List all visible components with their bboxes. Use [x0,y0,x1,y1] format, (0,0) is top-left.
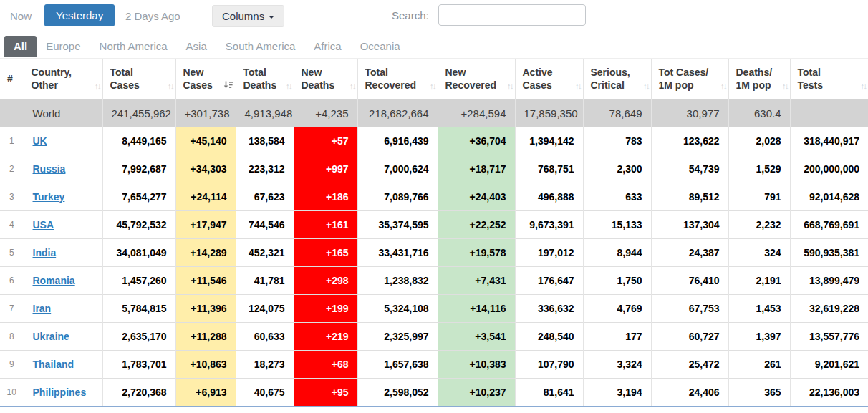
cell-total-tests [790,99,868,127]
cell-total-tests: 668,769,691 [790,211,868,239]
country-link[interactable]: Ukraine [33,331,69,342]
columns-dropdown-button[interactable]: Columns [212,5,284,27]
cell-deaths-per-1m: 1,529 [728,155,790,183]
cell-total-recovered: 33,431,716 [357,239,438,267]
tab-europe[interactable]: Europe [37,36,90,57]
cell-active-cases: 496,888 [515,183,583,211]
cell-new-recovered: +36,704 [438,127,515,155]
cell-total-cases: 34,081,049 [102,239,175,267]
now-button[interactable]: Now [4,6,37,26]
cell-total-deaths: 452,321 [236,239,294,267]
cell-deaths-per-1m: 791 [728,183,790,211]
cell-num: 4 [0,211,24,239]
cell-total-recovered: 1,238,832 [357,267,438,295]
cell-total-tests: 9,201,621 [790,351,868,379]
cell-active-cases: 248,540 [515,323,583,351]
col-header-total-deaths[interactable]: TotalDeaths↑↓ [236,59,294,99]
col-header-country-other[interactable]: Country,Other↑↓ [24,59,102,99]
cell-serious-critical: 633 [583,183,651,211]
cell-total-cases: 5,784,815 [102,295,175,323]
cell-cases-per-1m: 137,304 [651,211,728,239]
cell-country: Thailand [24,351,102,379]
cell-num: 7 [0,295,24,323]
covid-stats-table: #Country,Other↑↓TotalCases↑↓NewCasesTota… [0,58,868,407]
tab-africa[interactable]: Africa [304,36,350,57]
search-input[interactable] [438,4,586,26]
tab-all[interactable]: All [4,36,37,57]
tab-asia[interactable]: Asia [177,36,216,57]
cell-total-recovered: 7,089,766 [357,183,438,211]
cell-deaths-per-1m: 324 [728,239,790,267]
country-link[interactable]: Russia [33,163,66,175]
cell-cases-per-1m: 67,753 [651,295,728,323]
cell-total-deaths: 41,781 [236,267,294,295]
country-link[interactable]: UK [33,135,47,147]
caret-down-icon [269,16,274,19]
country-link[interactable]: Turkey [33,191,65,203]
cell-new-recovered: +3,541 [438,323,515,351]
cell-cases-per-1m: 30,977 [651,99,728,127]
country-link[interactable]: USA [33,219,54,230]
cell-new-deaths: +161 [294,211,357,239]
country-row-romania: 6Romania1,457,260+11,54641,781+2981,238,… [0,267,868,295]
cell-num: 5 [0,239,24,267]
tab-north-america[interactable]: North America [90,36,177,57]
cell-active-cases: 176,647 [515,267,583,295]
cell-total-deaths: 138,584 [236,127,294,155]
sort-icon: ↑↓ [643,82,649,92]
country-link[interactable]: Iran [33,303,52,314]
col-header-active-cases[interactable]: ActiveCases↑↓ [515,59,583,99]
cell-total-cases: 2,635,170 [102,323,175,351]
cell-country: Philippines [24,379,102,407]
col-header-total-cases[interactable]: TotalCases↑↓ [102,59,175,99]
col-header-serious-critical[interactable]: Serious,Critical↑↓ [583,59,651,99]
cell-num: 9 [0,351,24,379]
cell-total-deaths: 40,675 [236,379,294,407]
cell-new-deaths: +219 [294,323,357,351]
cell-total-recovered: 5,324,108 [357,295,438,323]
cell-new-deaths: +165 [294,239,357,267]
cell-active-cases: 768,751 [515,155,583,183]
cell-active-cases: 17,859,350 [515,99,583,127]
col-header-new-deaths[interactable]: NewDeaths↑↓ [294,59,357,99]
country-link[interactable]: India [33,247,57,258]
cell-total-recovered: 35,374,595 [357,211,438,239]
cell-active-cases: 9,673,391 [515,211,583,239]
cell-total-cases: 45,792,532 [102,211,175,239]
cell-new-deaths: +68 [294,351,357,379]
cell-deaths-per-1m: 2,028 [728,127,790,155]
cell-serious-critical: 3,324 [583,351,651,379]
cell-num: 6 [0,267,24,295]
two-days-ago-button[interactable]: 2 Days Ago [120,6,186,26]
sort-icon: ↑↓ [349,82,355,92]
country-row-thailand: 9Thailand1,783,701+10,86318,273+681,657,… [0,351,868,379]
cell-deaths-per-1m: 2,191 [728,267,790,295]
sort-icon: ↑↓ [575,82,581,92]
country-link[interactable]: Thailand [33,359,74,370]
col-header-deaths-1m-pop[interactable]: Deaths/1M pop↑↓ [728,59,790,99]
cell-country: Ukraine [24,323,102,351]
cell-total-deaths: 223,312 [236,155,294,183]
col-header-total-tests[interactable]: TotalTests↑↓ [790,59,868,99]
country-row-russia: 2Russia7,992,687+34,303223,312+9977,000,… [0,155,868,183]
col-header-new-recovered[interactable]: NewRecovered↑↓ [438,59,515,99]
col-header-total-recovered[interactable]: TotalRecovered↑↓ [357,59,438,99]
cell-country: Russia [24,155,102,183]
country-link[interactable]: Romania [33,275,75,286]
country-row-philippines: 10Philippines2,720,368+6,91340,675+952,5… [0,379,868,407]
country-link[interactable]: Philippines [33,387,87,398]
cell-serious-critical: 15,133 [583,211,651,239]
col-header-tot-cases-1m-pop[interactable]: Tot Cases/1M pop↑↓ [651,59,728,99]
col-header-label: Tot Cases/1M pop [659,66,717,92]
col-header-label: # [7,72,12,85]
col-header-new-cases[interactable]: NewCases [175,59,236,99]
tab-south-america[interactable]: South America [216,36,305,57]
sort-icon: ↑↓ [286,82,291,92]
tab-oceania[interactable]: Oceania [351,36,410,57]
yesterday-button[interactable]: Yesterday [44,4,115,26]
country-row-india: 5India34,081,049+14,289452,321+16533,431… [0,239,868,267]
country-row-turkey: 3Turkey7,654,277+24,11467,623+1867,089,7… [0,183,868,211]
cell-new-deaths: +997 [294,155,357,183]
sort-icon: ↑↓ [168,82,173,92]
cell-total-cases: 8,449,165 [102,127,175,155]
